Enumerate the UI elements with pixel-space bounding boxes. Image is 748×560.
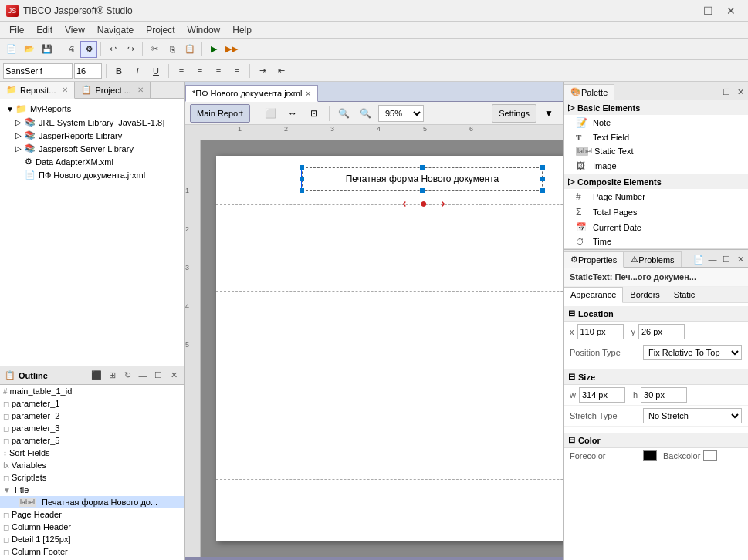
align-right-btn[interactable]: ≡ — [210, 62, 227, 79]
palette-maximize-btn[interactable]: ☐ — [720, 86, 733, 98]
handle-tm[interactable] — [420, 165, 425, 170]
handle-bl[interactable] — [300, 188, 304, 193]
outline-title[interactable]: ▼ Title — [0, 484, 184, 496]
palette-item-time[interactable]: ⏱ Time — [564, 234, 748, 248]
menu-edit[interactable]: Edit — [30, 23, 59, 37]
palette-close-btn[interactable]: ✕ — [734, 86, 746, 98]
preview-btn[interactable]: ▶▶ — [223, 41, 240, 58]
tree-item-jaspersoft-server[interactable]: ▷ 📚 Jaspersoft Server Library — [0, 142, 184, 155]
copy-btn[interactable]: ⎘ — [164, 41, 181, 58]
redo-btn[interactable]: ↪ — [122, 41, 139, 58]
menu-navigate[interactable]: Navigate — [91, 23, 140, 37]
outline-minimize-btn[interactable]: — — [137, 369, 149, 382]
bold-btn[interactable]: B — [110, 62, 127, 79]
maximize-button[interactable]: ☐ — [697, 2, 719, 19]
project-tab[interactable]: 📋 Project ... ✕ — [75, 82, 150, 98]
menu-project[interactable]: Project — [140, 23, 181, 37]
project-tab-close[interactable]: ✕ — [137, 86, 144, 94]
outline-param5[interactable]: ◻ parameter_5 — [0, 434, 184, 447]
palette-composite-header[interactable]: ▷ Composite Elements — [564, 174, 748, 189]
font-name-input[interactable] — [3, 63, 73, 79]
outline-param2[interactable]: ◻ parameter_2 — [0, 410, 184, 422]
props-sub-tab-appearance[interactable]: Appearance — [564, 287, 623, 303]
props-color-header[interactable]: ⊟ Color — [564, 433, 748, 448]
tree-item-jrxml[interactable]: 📄 ПФ Нового документа.jrxml — [0, 168, 184, 181]
outline-scriptlets[interactable]: ◻ Scriptlets — [0, 471, 184, 484]
repo-tab-close[interactable]: ✕ — [62, 86, 68, 94]
fit-actual-btn[interactable]: ⊡ — [305, 104, 323, 123]
props-new-btn[interactable]: 📄 — [692, 253, 705, 265]
palette-basic-header[interactable]: ▷ Basic Elements — [564, 100, 748, 115]
main-report-btn[interactable]: Main Report — [190, 104, 250, 123]
cut-btn[interactable]: ✂ — [146, 41, 163, 58]
outline-sort-fields[interactable]: ↕ Sort Fields — [0, 447, 184, 459]
doc-tab-close[interactable]: ✕ — [305, 89, 311, 98]
props-size-header[interactable]: ⊟ Size — [564, 369, 748, 385]
props-maximize-btn[interactable]: ☐ — [720, 253, 733, 265]
palette-item-pagenum[interactable]: # Page Number — [564, 189, 748, 204]
props-close-btn[interactable]: ✕ — [734, 253, 746, 265]
menu-view[interactable]: View — [59, 23, 91, 37]
backcolor-swatch[interactable] — [703, 450, 717, 461]
tree-item-myreports[interactable]: ▼ 📁 MyReports — [0, 102, 184, 116]
palette-item-image[interactable]: 🖼 Image — [564, 158, 748, 174]
props-tab-properties[interactable]: ⚙ Properties — [564, 251, 624, 268]
fit-page-btn[interactable]: ⬜ — [262, 104, 280, 123]
tree-item-jasperreports[interactable]: ▷ 📚 JasperReports Library — [0, 129, 184, 142]
outline-close-btn[interactable]: ✕ — [168, 369, 180, 382]
settings-arrow-btn[interactable]: ▼ — [540, 104, 558, 123]
outline-sync-btn[interactable]: ↻ — [121, 369, 134, 382]
h-input[interactable] — [641, 387, 687, 403]
tree-item-data-adapter[interactable]: ⚙ Data AdapterXM.xml — [0, 155, 184, 168]
run-btn[interactable]: ▶ — [205, 41, 222, 58]
palette-item-textfield[interactable]: T Text Field — [564, 130, 748, 144]
zoom-out-btn[interactable]: 🔍 — [335, 104, 354, 123]
outline-col-footer[interactable]: ◻ Column Footer — [0, 545, 184, 558]
x-input[interactable] — [577, 324, 624, 339]
palette-tab[interactable]: 🎨 Palette — [564, 84, 614, 100]
outline-main-table[interactable]: # main_table_1_id — [0, 385, 184, 397]
outline-filter-btn[interactable]: ⊞ — [106, 369, 118, 382]
fit-width-btn[interactable]: ↔ — [283, 104, 302, 123]
position-type-select[interactable]: Fix Relative To Top Float Fix Relative T… — [643, 345, 742, 360]
save-btn[interactable]: 💾 — [39, 41, 56, 58]
handle-tl[interactable] — [300, 165, 304, 170]
zoom-in-btn[interactable]: 🔍 — [357, 104, 375, 123]
open-btn[interactable]: 📂 — [21, 41, 38, 58]
palette-item-statictext[interactable]: label Static Text — [564, 144, 748, 158]
justify-btn[interactable]: ≡ — [228, 62, 245, 79]
w-input[interactable] — [579, 387, 625, 403]
props-sub-tab-borders[interactable]: Borders — [623, 287, 667, 302]
italic-btn[interactable]: I — [129, 62, 146, 79]
doc-tab-jrxml[interactable]: *ПФ Нового документа.jrxml ✕ — [185, 85, 318, 102]
tree-item-jre[interactable]: ▷ 📚 JRE System Library [JavaSE-1.8] — [0, 116, 184, 129]
handle-br[interactable] — [540, 188, 545, 193]
minimize-button[interactable]: — — [674, 2, 696, 19]
undo-btn[interactable]: ↩ — [104, 41, 121, 58]
props-tab-problems[interactable]: ⚠ Problems — [624, 251, 681, 267]
new-file-btn[interactable]: 📄 — [3, 41, 20, 58]
outline-collapse-btn[interactable]: ⬛ — [90, 369, 103, 382]
handle-ml[interactable] — [300, 177, 304, 181]
props-location-header[interactable]: ⊟ Location — [564, 306, 748, 322]
outline-param3[interactable]: ◻ parameter_3 — [0, 422, 184, 434]
palette-item-totalpages[interactable]: Σ Total Pages — [564, 204, 748, 220]
handle-bm[interactable] — [420, 188, 425, 193]
palette-minimize-btn[interactable]: — — [706, 86, 719, 98]
align-center-btn[interactable]: ≡ — [191, 62, 208, 79]
props-sub-tab-static[interactable]: Static — [667, 287, 702, 302]
paste-btn[interactable]: 📋 — [181, 41, 198, 58]
menu-window[interactable]: Window — [181, 23, 227, 37]
print-btn[interactable]: 🖨 — [63, 41, 80, 58]
outline-col-header[interactable]: ◻ Column Header — [0, 521, 184, 533]
forecolor-swatch[interactable] — [643, 450, 657, 461]
outline-detail[interactable]: ◻ Detail 1 [125px] — [0, 533, 184, 545]
outline-static-text[interactable]: label Печатная форма Нового до... — [0, 496, 184, 508]
font-size-input[interactable] — [74, 63, 102, 79]
indent-btn[interactable]: ⇥ — [254, 62, 271, 79]
canvas-area[interactable]: 1 2 3 4 5 6 1 2 3 4 5 — [185, 125, 563, 560]
underline-btn[interactable]: U — [147, 62, 164, 79]
stretch-type-select[interactable]: No Stretch Relative To Tallest Object Re… — [643, 408, 742, 423]
props-minimize-btn[interactable]: — — [706, 253, 719, 265]
palette-item-note[interactable]: 📝 Note — [564, 115, 748, 130]
